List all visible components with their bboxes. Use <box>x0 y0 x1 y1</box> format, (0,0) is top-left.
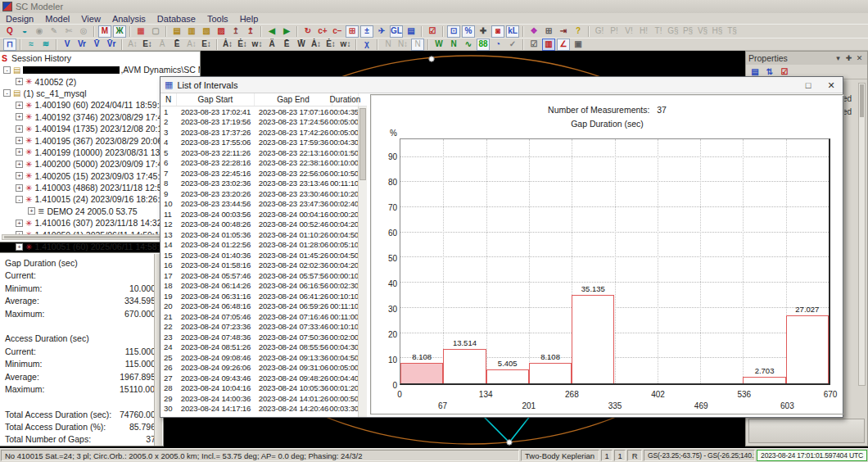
table-row[interactable]: 302023-08-24 14:17:162023-08-24 14:20:46… <box>160 404 367 414</box>
database-blue-icon[interactable]: ▤ <box>405 25 418 38</box>
dialog-title-bar[interactable]: ▦ List of Intervals □ ✕ <box>160 77 843 93</box>
w-mean-icon[interactable]: W̄ <box>295 38 308 51</box>
table-row[interactable]: 272023-08-24 09:43:462023-08-24 09:48:26… <box>160 373 367 383</box>
aircraft-icon[interactable]: ✈ <box>375 25 388 38</box>
vrbar-plot-icon[interactable]: V̄r <box>105 38 118 51</box>
vr-plot-icon[interactable]: Vr <box>75 38 88 51</box>
expand-icon[interactable]: + <box>16 125 23 133</box>
pan-icon[interactable]: ✚ <box>477 25 490 38</box>
title-bar[interactable]: SC Modeler <box>0 0 868 13</box>
table-row[interactable]: 282023-08-24 10:04:162023-08-24 10:05:36… <box>160 383 367 394</box>
table-row[interactable]: 172023-08-24 05:57:462023-08-24 05:57:56… <box>160 270 367 281</box>
menu-view[interactable]: View <box>75 14 106 24</box>
validate-icon[interactable]: ☑ <box>426 25 439 38</box>
table-scrollbar[interactable] <box>358 106 367 417</box>
database-edit-icon[interactable]: ▥ <box>185 25 198 38</box>
column-header-n[interactable]: N <box>160 93 177 106</box>
properties-menu-icon[interactable]: ▾ <box>833 54 843 62</box>
expand-icon[interactable]: + <box>16 102 23 109</box>
edot-icon[interactable]: Ė↕ <box>236 38 249 51</box>
wave-icon[interactable]: ≈ <box>25 38 38 51</box>
orbit-remove-icon[interactable]: с− <box>331 25 344 38</box>
scale-percent-icon[interactable]: % <box>462 25 475 38</box>
table-row[interactable]: 262023-08-24 09:26:062023-08-24 09:31:06… <box>160 363 367 374</box>
column-header-gap-end[interactable]: Gap End <box>255 93 332 106</box>
el2-icon[interactable]: E↕ <box>200 38 213 51</box>
menu-database[interactable]: Database <box>151 14 201 24</box>
table-row[interactable]: 222023-08-24 07:23:362023-08-24 07:33:46… <box>160 322 367 333</box>
table-row[interactable]: 62023-08-23 22:28:162023-08-23 22:38:160… <box>160 158 367 169</box>
play-back-icon[interactable]: ◀ <box>265 25 278 38</box>
print-icon[interactable]: ▣ <box>572 38 585 51</box>
lcd-icon[interactable]: 88 <box>477 38 490 51</box>
table-row[interactable]: 242023-08-24 08:51:262023-08-24 08:55:56… <box>160 342 367 353</box>
table-row[interactable]: 92023-08-23 23:20:262023-08-23 23:30:460… <box>160 188 367 199</box>
toolkit-icon[interactable]: Ж <box>113 25 126 38</box>
eject-dark-icon[interactable]: ↥ <box>244 25 257 38</box>
edot2-icon[interactable]: Ė↕ <box>324 38 337 51</box>
target-icon[interactable]: ◙ <box>491 25 504 38</box>
histogram-icon[interactable]: ▥ <box>542 38 555 51</box>
adot2-icon[interactable]: Ȧ↕ <box>310 38 323 51</box>
units-icon[interactable]: kL <box>506 25 519 38</box>
menu-analysis[interactable]: Analysis <box>106 14 151 24</box>
collapse-icon[interactable]: - <box>3 89 11 97</box>
expand-icon[interactable]: + <box>16 161 23 168</box>
zoom-icon[interactable]: Q <box>3 25 16 38</box>
table-row[interactable]: 132023-08-24 01:05:362023-08-24 01:10:26… <box>160 229 367 240</box>
el-mean-icon[interactable]: Ē <box>170 38 183 51</box>
wave-grid-icon[interactable]: ≋ <box>39 38 52 51</box>
database-sync-icon[interactable]: ▧ <box>200 25 213 38</box>
collapse-icon[interactable]: - <box>16 196 23 203</box>
table-row[interactable]: 112023-08-24 00:03:562023-08-24 00:04:16… <box>160 209 367 220</box>
orbit-cycle-icon[interactable]: ↻ <box>301 25 314 38</box>
linechart-icon[interactable]: ∠ <box>557 38 570 51</box>
track-icon[interactable]: W <box>432 38 445 51</box>
table-row[interactable]: 12023-08-23 17:02:412023-08-23 17:07:160… <box>160 106 367 117</box>
table-row[interactable]: 52023-08-23 22:11:262023-08-23 22:13:160… <box>160 147 367 158</box>
properties-scrollbar[interactable] <box>858 83 866 386</box>
expand-icon[interactable]: + <box>16 172 23 179</box>
pin-icon[interactable]: ✚ <box>843 54 854 62</box>
table-row[interactable]: 202023-08-24 06:48:162023-08-24 06:59:26… <box>160 301 367 312</box>
expand-icon[interactable]: + <box>16 184 23 192</box>
play-forward-icon[interactable]: ▶ <box>280 25 293 38</box>
database-delete-icon[interactable]: ▨ <box>215 25 228 38</box>
exit-icon[interactable]: ⇥ <box>557 25 570 38</box>
globe-step-icon[interactable]: ◔ <box>491 38 504 51</box>
v-plot-icon[interactable]: V <box>61 38 74 51</box>
expand-icon[interactable]: + <box>16 148 23 156</box>
marker-scale-icon[interactable]: ± <box>360 25 373 38</box>
close-icon[interactable]: ✕ <box>854 54 865 62</box>
zigzag-icon[interactable]: ∿ <box>462 38 475 51</box>
vbar-plot-icon[interactable]: V̄ <box>90 38 103 51</box>
report-check-icon[interactable]: ☑ <box>527 38 540 51</box>
chi-icon[interactable]: χ <box>360 38 373 51</box>
el-plot-icon[interactable]: E↕ <box>141 38 154 51</box>
table-row[interactable]: 72023-08-23 22:45:162023-08-23 22:56:060… <box>160 168 367 179</box>
table-row[interactable]: 292023-08-24 14:00:362023-08-24 14:01:26… <box>160 393 367 404</box>
marker-add-icon[interactable]: ⊞ <box>346 25 359 38</box>
e-mean2-icon[interactable]: Ē <box>280 38 293 51</box>
n-green-icon[interactable]: N <box>447 38 460 51</box>
help-icon[interactable]: ? <box>572 25 585 38</box>
table-row[interactable]: 152023-08-24 01:40:362023-08-24 01:45:26… <box>160 250 367 260</box>
table-row[interactable]: 32023-08-23 17:37:262023-08-23 17:42:260… <box>160 127 367 138</box>
palette-icon[interactable]: ❖ <box>527 25 540 38</box>
menu-design[interactable]: Design <box>0 14 39 24</box>
tree-item[interactable]: -▤,AVM Dynamics\SC Modeler 4.1 <box>0 64 200 75</box>
expand-icon[interactable]: + <box>16 78 23 85</box>
expand-icon[interactable]: + <box>16 243 23 251</box>
menu-tools[interactable]: Tools <box>201 14 234 24</box>
table-row[interactable]: 162023-08-24 01:58:162023-08-24 02:02:36… <box>160 260 367 271</box>
red-mesh-icon[interactable]: ▦ <box>134 25 147 38</box>
table-row[interactable]: 252023-08-24 09:08:462023-08-24 09:13:36… <box>160 352 367 363</box>
adot-icon[interactable]: Ȧ↕ <box>221 38 234 51</box>
a-uml-icon[interactable]: Ä <box>265 38 278 51</box>
gray-frame-icon[interactable]: ▢ <box>149 25 162 38</box>
table-row[interactable]: 212023-08-24 07:05:462023-08-24 07:16:46… <box>160 311 367 322</box>
column-header-duration[interactable]: Duration <box>332 93 359 106</box>
w-rate2-icon[interactable]: w↕ <box>339 38 352 51</box>
table-row[interactable]: 182023-08-24 06:14:262023-08-24 06:16:56… <box>160 281 367 292</box>
maximize-button[interactable]: □ <box>797 78 820 93</box>
